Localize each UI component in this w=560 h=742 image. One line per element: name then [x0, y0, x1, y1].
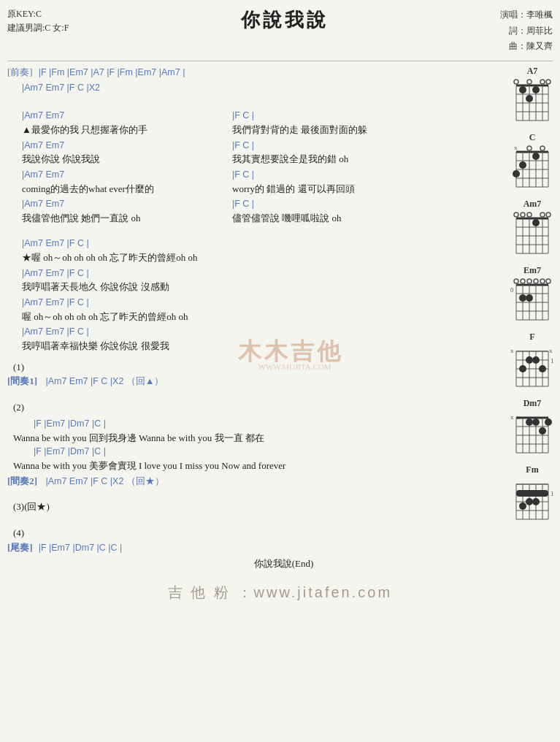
chorus-c4: |Am7 Em7 |F C | — [22, 325, 496, 339]
v1l4-left: 我儘管他們說 她們一直說 oh — [22, 211, 226, 226]
chord-dm7: Dm7 x x — [507, 398, 557, 459]
outro-chords: |F |Em7 |Dm7 |C |C | — [39, 543, 123, 553]
header-center: 你說我說 — [69, 7, 500, 33]
chorus-c2: |Am7 Em7 |F C | — [22, 267, 496, 280]
svg-point-88 — [539, 365, 546, 372]
svg-point-66 — [527, 279, 532, 283]
svg-point-51 — [532, 219, 540, 226]
interlude1-chords: |Am7 Em7 |F C |X2 （回▲） — [45, 376, 164, 386]
svg-point-47 — [521, 213, 525, 217]
v1l2-left: 我說你說 你說我說 — [22, 152, 226, 167]
svg-point-86 — [532, 356, 540, 364]
v1c2-left: |Am7 Em7 — [22, 139, 226, 153]
svg-text:0: 0 — [510, 286, 514, 294]
section2-l2: Wanna be with you 美夢會實現 I love you I mis… — [13, 459, 496, 473]
chorus-section: |Am7 Em7 |F C | ★喔 oh～oh oh oh oh 忘了昨天的曾… — [7, 237, 496, 353]
section2-c1: |F |Em7 |Dm7 |C | — [34, 417, 496, 431]
chord-c: C x — [507, 132, 557, 193]
svg-point-85 — [526, 356, 533, 364]
v1l3-left: coming的過去的what ever什麼的 — [22, 182, 226, 196]
v1c1-right: |F C | — [232, 109, 496, 123]
lyricist-label: 詞：周菲比 — [500, 23, 553, 39]
page: 原KEY:C 建議男調:C 女:F 你說我說 演唱：李唯楓 詞：周菲比 曲：陳又… — [0, 0, 560, 742]
interlude2-bracket-label: [間奏2] — [7, 475, 39, 486]
svg-text:x: x — [510, 413, 514, 421]
intro-label: [前奏] — [7, 66, 33, 77]
chord-c-diagram: x — [510, 145, 554, 190]
intro-chords-2: |Am7 Em7 |F C |X2 — [22, 81, 496, 95]
song-title: 你說我說 — [69, 7, 500, 33]
svg-point-119 — [526, 498, 533, 505]
chord-f-diagram: x x 1 — [510, 344, 554, 389]
chord-a7-diagram — [510, 78, 554, 123]
key-suggestion: 建議男調:C 女:F — [7, 21, 69, 35]
header-right: 演唱：李唯楓 詞：周菲比 曲：陳又齊 — [500, 7, 553, 55]
interlude1-section: (1) [間奏1] |Am7 Em7 |F C |X2 （回▲） — [7, 360, 496, 388]
svg-point-12 — [527, 80, 532, 84]
header-area: 原KEY:C 建議男調:C 女:F 你說我說 演唱：李唯楓 詞：周菲比 曲：陳又… — [7, 7, 553, 55]
svg-point-103 — [526, 418, 533, 426]
svg-point-16 — [532, 86, 540, 93]
v1c3-left: |Am7 Em7 — [22, 168, 226, 182]
chorus-l4: 我哼唱著幸福快樂 你說你說 很愛我 — [22, 339, 496, 353]
svg-point-105 — [539, 427, 546, 435]
svg-point-31 — [540, 146, 545, 150]
svg-point-70 — [519, 294, 526, 302]
intro-label-line: [前奏]|F |Fm |Em7 |A7 |F |Fm |Em7 |Am7 | — [7, 66, 496, 80]
v1l4-right: 儘管儘管說 嘰哩呱啦說 oh — [232, 211, 496, 226]
chord-dm7-diagram: x x — [510, 410, 554, 456]
svg-text:x: x — [549, 347, 553, 354]
svg-point-46 — [514, 213, 518, 217]
v1c2-right: |F C | — [232, 139, 496, 153]
svg-point-64 — [514, 279, 518, 283]
main-content: [前奏]|F |Fm |Em7 |A7 |F |Fm |Em7 |Am7 | |… — [7, 66, 496, 571]
svg-point-106 — [545, 418, 552, 426]
chorus-l3: 喔 oh～oh oh oh oh 忘了昨天的曾經oh oh — [22, 310, 496, 324]
chord-am7-diagram — [510, 211, 554, 256]
v1c3-right: |F C | — [232, 168, 496, 182]
v1c4-right: |F C | — [232, 197, 496, 211]
header-left: 原KEY:C 建議男調:C 女:F — [7, 7, 69, 35]
section4: (4) [尾奏]|F |Em7 |Dm7 |C |C | 你說我說(End) — [7, 526, 496, 571]
svg-point-104 — [532, 418, 540, 426]
section2: (2) |F |Em7 |Dm7 |C | Wanna be with you … — [7, 400, 496, 489]
svg-point-13 — [540, 80, 545, 84]
chord-f: F x x 1 — [507, 332, 557, 392]
svg-point-49 — [540, 213, 545, 217]
intro-chords-1: |F |Fm |Em7 |A7 |F |Fm |Em7 |Am7 | — [39, 67, 185, 77]
chord-em7: Em7 0 — [507, 265, 557, 326]
svg-point-48 — [527, 213, 532, 217]
v1l1-right: 我們背對背的走 最後面對面的躲 — [232, 123, 496, 137]
v1l3-right: worry的 錯過的 還可以再回頭 — [232, 182, 496, 196]
svg-point-67 — [534, 279, 538, 283]
chorus-c3: |Am7 Em7 |F C | — [22, 296, 496, 310]
svg-point-120 — [532, 498, 540, 505]
singer-label: 演唱：李唯楓 — [500, 7, 553, 23]
v1c4-left: |Am7 Em7 — [22, 197, 226, 211]
interlude1-bracket-label: [間奏1] — [7, 375, 39, 386]
svg-text:1: 1 — [551, 490, 554, 497]
section4-label: (4) — [13, 526, 496, 540]
outro-bracket-label: [尾奏] — [7, 542, 33, 553]
verse1-section: |Am7 Em7 ▲最愛你的我 只想握著你的手 |Am7 Em7 ▲最愛你的我 … — [7, 107, 496, 225]
svg-point-68 — [540, 279, 545, 283]
key-original: 原KEY:C — [7, 7, 69, 21]
bottom-stamp: 吉 他 粉 ：www.jitafen.com — [7, 583, 553, 603]
chorus-l2: 我哼唱著天長地久 你說你說 沒感動 — [22, 280, 496, 294]
svg-point-34 — [513, 170, 520, 177]
outro-lyric: 你說我說(End) — [72, 556, 496, 571]
interlude2-chords: |Am7 Em7 |F C |X2 （回★） — [45, 476, 164, 486]
svg-text:x: x — [514, 145, 518, 151]
svg-point-50 — [546, 213, 551, 217]
v1l1-left: ▲最愛你的我 只想握著你的手 — [22, 123, 226, 137]
section2-c2: |F |Em7 |Dm7 |C | — [34, 445, 496, 459]
svg-point-33 — [519, 161, 526, 169]
chorus-l1: ★喔 oh～oh oh oh oh 忘了昨天的曾經oh oh — [22, 250, 496, 265]
section2-l1: Wanna be with you 回到我身邊 Wanna be with yo… — [13, 431, 496, 445]
v1c1-left: |Am7 Em7 — [22, 109, 226, 123]
composer-label: 曲：陳又齊 — [500, 39, 553, 55]
header-divider — [7, 61, 553, 61]
chord-em7-diagram: 0 — [510, 278, 554, 323]
intro-section: [前奏]|F |Fm |Em7 |A7 |F |Fm |Em7 |Am7 | |… — [7, 66, 496, 95]
svg-text:x: x — [510, 347, 514, 354]
